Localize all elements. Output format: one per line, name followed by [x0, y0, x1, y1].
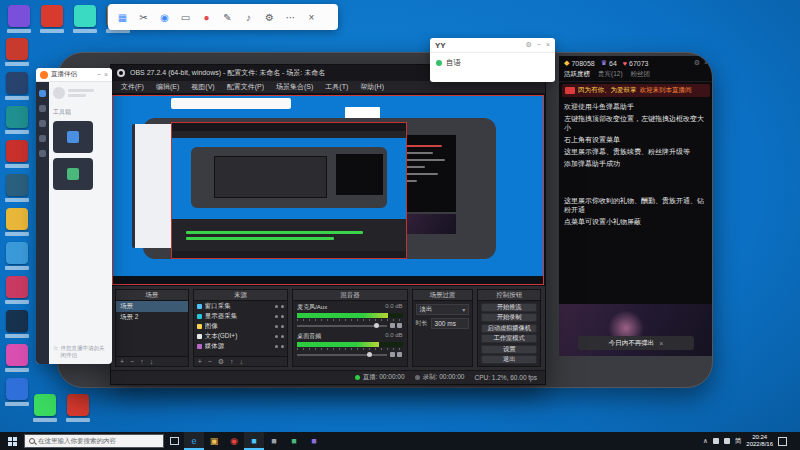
source-tool-button[interactable]: ↓ — [240, 358, 244, 365]
window-control-button[interactable]: × — [546, 41, 550, 49]
sources-dock-title[interactable]: 来源 — [194, 290, 288, 301]
source-item[interactable]: 窗口采集 — [194, 301, 288, 311]
desktop-icon[interactable] — [67, 394, 89, 416]
transitions-dock-title[interactable]: 场景过渡 — [413, 290, 473, 301]
toolbar-icon[interactable]: ● — [196, 7, 217, 27]
toolbar-icon[interactable]: × — [301, 7, 322, 27]
taskbar-app-icon[interactable]: ■ — [244, 432, 264, 450]
obs-control-button[interactable]: 工作室模式 — [481, 334, 537, 343]
visibility-eye-icon[interactable] — [275, 325, 278, 328]
volume-icon[interactable] — [724, 438, 730, 444]
dismiss-toast[interactable]: 今日内不再弹出 × — [578, 336, 694, 350]
volume-slider[interactable] — [297, 351, 402, 358]
assistant-titlebar[interactable]: 直播伴侣 −× — [36, 68, 112, 82]
source-tool-button[interactable]: ↑ — [230, 358, 234, 365]
danmaku-tab[interactable]: 贵宾(12) — [598, 70, 623, 79]
window-control-button[interactable]: ⚙ — [526, 41, 532, 49]
taskbar-search-input[interactable]: 在这里输入你要搜索的内容 — [24, 434, 164, 448]
obs-control-button[interactable]: 设置 — [481, 345, 537, 354]
source-item[interactable]: 显示器采集 — [194, 311, 288, 321]
nav-rail-item[interactable] — [39, 120, 46, 127]
obs-control-button[interactable]: 启动虚拟摄像机 — [481, 324, 537, 333]
tray-chevron-icon[interactable]: ∧ — [703, 437, 708, 445]
visibility-eye-icon[interactable] — [275, 305, 278, 308]
scene-tool-button[interactable]: + — [120, 358, 124, 365]
obs-menu-item[interactable]: 工具(T) — [319, 82, 354, 92]
obs-menu-item[interactable]: 视图(V) — [185, 82, 220, 92]
toolbar-icon[interactable]: ✂ — [133, 7, 154, 27]
obs-menu-item[interactable]: 帮助(H) — [354, 82, 390, 92]
obs-preview-canvas[interactable] — [111, 94, 545, 286]
source-tool-button[interactable]: − — [208, 358, 212, 365]
nav-rail-item[interactable] — [39, 150, 46, 157]
window-control-button[interactable]: − — [537, 41, 541, 49]
taskbar-app-icon[interactable]: e — [184, 432, 204, 450]
scene-item[interactable]: 场景 2 — [116, 312, 188, 323]
desktop-icon[interactable] — [6, 208, 28, 230]
desktop-icon[interactable] — [6, 174, 28, 196]
obs-control-button[interactable]: 开始录制 — [481, 313, 537, 322]
danmaku-tab[interactable]: 粉丝团 — [631, 70, 651, 79]
window-control-button[interactable]: − — [97, 71, 101, 78]
taskbar-app-icon[interactable]: ■ — [264, 432, 284, 450]
lock-icon[interactable] — [281, 325, 284, 328]
obs-menu-item[interactable]: 场景集合(S) — [270, 82, 319, 92]
desktop-icon[interactable] — [6, 106, 28, 128]
taskbar-app-icon[interactable]: ▣ — [204, 432, 224, 450]
obs-menu-item[interactable]: 配置文件(P) — [221, 82, 270, 92]
desktop-icon[interactable] — [74, 5, 96, 27]
channel-options-icon[interactable] — [397, 352, 402, 357]
channel-options-icon[interactable] — [397, 323, 402, 328]
start-button[interactable] — [0, 432, 24, 450]
panel-header-icon[interactable]: ⚙ — [694, 59, 700, 67]
mixer-dock-title[interactable]: 混音器 — [293, 290, 406, 301]
source-item[interactable]: 图像 — [194, 321, 288, 331]
toolbar-icon[interactable]: ⋯ — [280, 7, 301, 27]
visibility-eye-icon[interactable] — [275, 315, 278, 318]
source-tool-button[interactable]: + — [198, 358, 202, 365]
desktop-icon[interactable] — [6, 140, 28, 162]
window-control-button[interactable]: × — [104, 71, 108, 78]
taskbar-app-icon[interactable]: ◉ — [224, 432, 244, 450]
desktop-icon[interactable] — [6, 38, 28, 60]
desktop-icon[interactable] — [34, 394, 56, 416]
transition-select[interactable]: 淡出 ▾ — [416, 304, 470, 315]
toolbar-icon[interactable]: ◉ — [154, 7, 175, 27]
scene-item[interactable]: 场景 — [116, 301, 188, 312]
scene-tool-button[interactable]: ↓ — [150, 358, 154, 365]
obs-menu-item[interactable]: 编辑(E) — [150, 82, 185, 92]
network-icon[interactable] — [713, 438, 719, 444]
lock-icon[interactable] — [281, 315, 284, 318]
yy-titlebar[interactable]: YY ⚙−× — [430, 38, 555, 53]
taskbar-app-icon[interactable]: ■ — [284, 432, 304, 450]
toolbar-icon[interactable]: ✎ — [217, 7, 238, 27]
duration-input[interactable]: 300 ms — [431, 318, 470, 329]
notification-center-icon[interactable] — [778, 437, 787, 446]
panel-header-icon[interactable]: × — [704, 59, 708, 67]
input-language-indicator[interactable]: 简 — [735, 437, 742, 446]
scene-tool-button[interactable]: − — [130, 358, 134, 365]
volume-slider[interactable] — [297, 322, 402, 329]
source-item[interactable]: 文本(GDI+) — [194, 331, 288, 341]
scenes-dock-title[interactable]: 场景 — [116, 290, 188, 301]
lock-icon[interactable] — [281, 335, 284, 338]
slider-handle[interactable] — [374, 323, 379, 328]
desktop-icon[interactable] — [8, 5, 30, 27]
visibility-eye-icon[interactable] — [275, 345, 278, 348]
nav-rail-item[interactable] — [39, 90, 46, 97]
controls-dock-title[interactable]: 控制按钮 — [478, 290, 540, 301]
task-view-button[interactable] — [164, 432, 184, 450]
desktop-icon[interactable] — [6, 378, 28, 400]
tool-tile[interactable] — [53, 121, 93, 153]
lock-icon[interactable] — [281, 305, 284, 308]
toolbar-icon[interactable]: ▭ — [175, 7, 196, 27]
desktop-icon[interactable] — [6, 72, 28, 94]
desktop-icon[interactable] — [6, 276, 28, 298]
source-tool-button[interactable]: ⚙ — [218, 358, 224, 366]
speaker-icon[interactable] — [390, 352, 395, 357]
toolbar-icon[interactable]: ♪ — [238, 7, 259, 27]
taskbar-app-icon[interactable]: ■ — [304, 432, 324, 450]
desktop-icon[interactable] — [41, 5, 63, 27]
clock[interactable]: 20:24 2022/8/16 — [746, 434, 773, 448]
desktop-icon[interactable] — [6, 344, 28, 366]
